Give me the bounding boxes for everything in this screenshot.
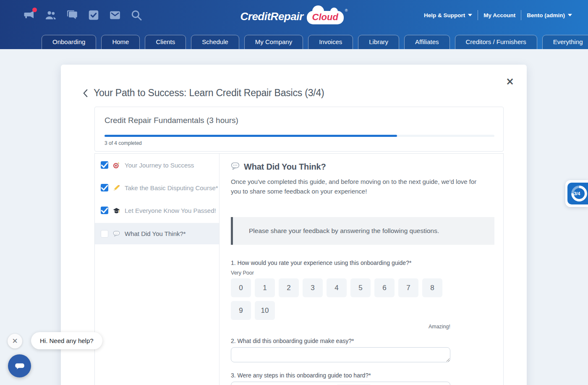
back-chevron-icon[interactable] — [83, 89, 88, 97]
checkbox-checked[interactable] — [101, 161, 108, 169]
rating-button-10[interactable]: 10 — [255, 301, 275, 320]
question-2-answer-wrap — [231, 347, 450, 364]
step-heading: What Did You Think? — [244, 162, 326, 172]
progress-bar — [105, 135, 494, 137]
tab-library[interactable]: Library — [358, 35, 399, 49]
chevron-down-icon — [468, 14, 472, 16]
progress-badge: 3/4 — [567, 183, 588, 204]
guide-step-card: Your Journey to SuccessTake the Basic Di… — [94, 153, 504, 385]
speech-icon — [113, 230, 120, 237]
close-icon[interactable]: × — [506, 76, 514, 86]
menu-divider — [478, 10, 478, 20]
checkbox-unchecked[interactable] — [101, 230, 108, 238]
checklist-item-let-everyone-know-you-passed[interactable]: Let Everyone Know You Passed! — [95, 199, 219, 222]
tab-creditors-furnishers[interactable]: Creditors / Furnishers — [455, 35, 537, 49]
step-heading-row: What Did You Think? — [231, 154, 494, 172]
tab-everything[interactable]: Everything — [542, 35, 588, 49]
notification-dot — [32, 8, 37, 12]
user-menu[interactable]: Bento (admin) — [527, 12, 572, 18]
progress-caption: 3 of 4 completed — [105, 140, 142, 146]
tab-affiliates[interactable]: Affiliates — [404, 35, 449, 49]
question-3-textarea[interactable] — [231, 382, 450, 385]
creditrepair-cloud-logo: CreditRepair Cloud ® — [240, 6, 348, 24]
checkbox-checked[interactable] — [101, 207, 108, 214]
rating-button-8[interactable]: 8 — [422, 278, 442, 297]
step-content: What Did You Think? Once you've complete… — [220, 154, 503, 385]
guide-progress-widget[interactable]: 3/4 — [565, 180, 588, 207]
scale-max-label: Amazing! — [231, 324, 450, 330]
user-label: Bento (admin) — [527, 12, 565, 18]
cloud-shape: Cloud — [307, 11, 344, 24]
tab-schedule[interactable]: Schedule — [191, 35, 239, 49]
tab-clients[interactable]: Clients — [145, 35, 186, 49]
rating-button-1[interactable]: 1 — [255, 278, 275, 297]
chat-tooltip: Hi. Need any help? — [31, 332, 102, 349]
chat-bubble-icon — [13, 360, 26, 372]
registered-mark: ® — [345, 8, 348, 13]
course-progress-card: Credit Repair Fundamentals (3 hours) 3 o… — [94, 107, 504, 152]
scale-min-label: Very Poor — [231, 270, 494, 276]
rating-button-7[interactable]: 7 — [398, 278, 418, 297]
checkbox-checked[interactable] — [101, 184, 108, 191]
close-icon: ✕ — [12, 337, 18, 346]
top-navigation-bar: CreditRepair Cloud ® Help & Support My A… — [0, 0, 588, 49]
my-account-label: My Account — [483, 12, 515, 18]
question-3-answer-wrap — [231, 382, 450, 385]
rating-button-2[interactable]: 2 — [279, 278, 299, 297]
rating-button-9[interactable]: 9 — [231, 301, 251, 320]
rating-button-5[interactable]: 5 — [350, 278, 371, 297]
chat-tooltip-text: Hi. Need any help? — [40, 337, 94, 344]
checklist-item-label: What Did You Think?* — [125, 230, 186, 237]
logo-text: CreditRepair — [240, 10, 303, 23]
writing-icon — [113, 184, 120, 191]
step-intro-text: Once you've completed this guide, and be… — [231, 177, 488, 196]
onboarding-guide-modal: × Your Path to Success: Learn Credit Rep… — [61, 65, 527, 385]
logo-cloud-text: Cloud — [312, 12, 338, 22]
question-3-label: 3. Were any steps in this onboarding gui… — [231, 372, 494, 379]
checklist-item-your-journey-to-success[interactable]: Your Journey to Success — [95, 154, 219, 176]
users-icon[interactable] — [44, 9, 57, 21]
main-tab-bar: OnboardingHomeClientsScheduleMy CompanyI… — [42, 35, 588, 49]
modal-title-row: Your Path to Success: Learn Credit Repai… — [83, 87, 324, 99]
chevron-down-icon — [568, 14, 572, 16]
tab-onboarding[interactable]: Onboarding — [42, 35, 96, 49]
chat-icon[interactable] — [66, 9, 78, 21]
chat-launcher-button[interactable] — [8, 354, 31, 377]
checklist-item-label: Let Everyone Know You Passed! — [125, 207, 216, 214]
search-icon[interactable] — [130, 9, 143, 21]
graduation-icon — [113, 207, 120, 214]
tab-invoices[interactable]: Invoices — [308, 35, 353, 49]
rating-button-3[interactable]: 3 — [303, 278, 323, 297]
checklist-item-what-did-you-think[interactable]: What Did You Think?* — [95, 223, 219, 244]
rating-button-4[interactable]: 4 — [327, 278, 347, 297]
help-support-menu[interactable]: Help & Support — [424, 12, 472, 18]
nav-icon-bar — [23, 9, 143, 21]
speech-bubble-icon — [231, 162, 240, 172]
step-checklist: Your Journey to SuccessTake the Basic Di… — [95, 154, 220, 385]
tasks-icon[interactable] — [87, 9, 100, 21]
rating-button-6[interactable]: 6 — [374, 278, 395, 297]
tab-my-company[interactable]: My Company — [244, 35, 303, 49]
question-2-label: 2. What did this onboarding guide make e… — [231, 338, 494, 344]
help-support-label: Help & Support — [424, 12, 465, 18]
checklist-item-take-the-basic-disputing-course[interactable]: Take the Basic Disputing Course* — [95, 176, 219, 199]
dart-icon — [113, 162, 120, 169]
rating-button-0[interactable]: 0 — [231, 278, 251, 297]
menu-divider — [521, 10, 521, 20]
rating-scale: 012345678910 — [231, 278, 444, 320]
progress-bar-fill — [105, 135, 397, 137]
question-2-textarea[interactable] — [231, 347, 450, 362]
mail-icon[interactable] — [109, 9, 121, 21]
course-title: Credit Repair Fundamentals (3 hours) — [105, 116, 238, 125]
feedback-callout: Please share your feedback by answering … — [231, 217, 494, 245]
progress-badge-label: 3/4 — [574, 191, 580, 196]
my-account-link[interactable]: My Account — [483, 12, 515, 18]
question-1-label: 1. How would you rate your experience us… — [231, 259, 494, 266]
top-right-menu: Help & Support My Account Bento (admin) — [424, 10, 572, 20]
checklist-item-label: Your Journey to Success — [125, 162, 194, 169]
chat-tooltip-close-button[interactable]: ✕ — [8, 334, 22, 348]
checklist-item-label: Take the Basic Disputing Course* — [125, 184, 218, 191]
modal-title: Your Path to Success: Learn Credit Repai… — [94, 87, 324, 99]
megaphone-icon[interactable] — [23, 9, 36, 21]
tab-home[interactable]: Home — [101, 35, 140, 49]
